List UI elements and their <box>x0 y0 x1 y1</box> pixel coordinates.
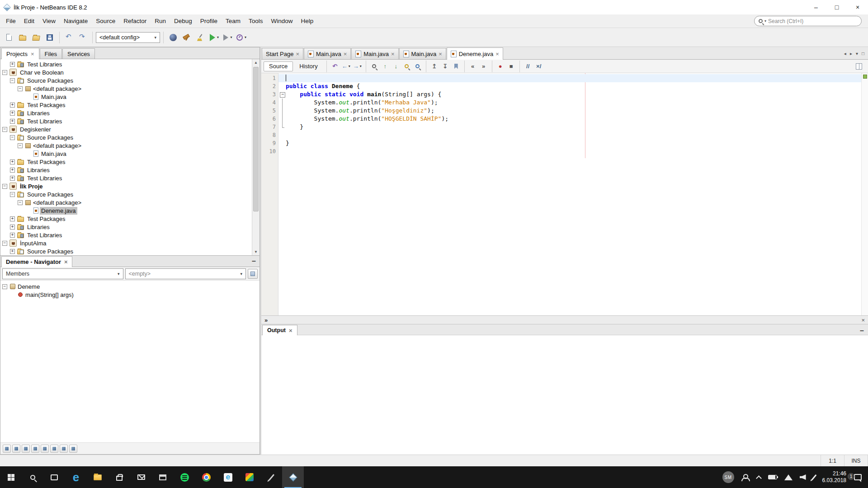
tree-item[interactable]: −Source Packages <box>0 76 252 84</box>
tree-item[interactable]: −<default package> <box>0 198 252 206</box>
user-avatar[interactable]: SM <box>719 466 738 488</box>
tree-item[interactable]: −İnputAlma <box>0 239 252 247</box>
tree-item[interactable]: −Source Packages <box>0 190 252 198</box>
start-taskbar-button[interactable] <box>0 466 22 488</box>
debug-button[interactable]: ▾ <box>221 31 234 44</box>
previous-occurrence-button[interactable]: ↑ <box>380 61 390 71</box>
tree-item[interactable]: +Libraries <box>0 223 252 231</box>
collapse-toggle-icon[interactable]: − <box>10 135 15 140</box>
code-editor[interactable]: 12345678910 public class Deneme { public… <box>261 73 868 315</box>
tree-item[interactable]: +Libraries <box>0 166 252 174</box>
menu-source[interactable]: Source <box>92 16 119 26</box>
image-editor-taskbar-button[interactable] <box>239 466 260 488</box>
mail-taskbar-button[interactable] <box>130 466 152 488</box>
edge-taskbar-button[interactable] <box>65 466 87 488</box>
close-tab-icon[interactable]: × <box>495 51 499 57</box>
scope-filter-combo[interactable]: <empty> ▾ <box>125 268 246 279</box>
toggle-highlight-button[interactable] <box>402 61 412 71</box>
show-non-public-icon[interactable] <box>50 445 58 453</box>
view-source-button[interactable]: Source <box>264 61 293 71</box>
panel-tab-projects[interactable]: Projects× <box>1 48 39 59</box>
build-button[interactable] <box>180 31 193 44</box>
editor-tab[interactable]: Main.java× <box>399 48 446 59</box>
collapse-toggle-icon[interactable]: − <box>10 192 15 197</box>
next-occurrence-button[interactable]: ↓ <box>391 61 401 71</box>
expand-toggle-icon[interactable]: + <box>10 233 15 238</box>
explorer-taskbar-button[interactable] <box>87 466 108 488</box>
collapsed-panel-bar[interactable]: » × <box>261 315 868 324</box>
clean-build-button[interactable] <box>194 31 207 44</box>
collapse-toggle-icon[interactable]: − <box>2 241 7 246</box>
scroll-down-icon[interactable]: ▼ <box>254 249 258 255</box>
tree-item[interactable]: main(String[] args) <box>0 291 259 299</box>
new-project-button[interactable] <box>16 31 29 44</box>
projects-scrollbar[interactable]: ▲ ▼ <box>252 59 259 255</box>
tree-item[interactable]: −Char ve Boolean <box>0 68 252 76</box>
config-combo[interactable]: <default config>▾ <box>96 32 160 43</box>
members-filter-combo[interactable]: Members ▾ <box>2 268 123 279</box>
forward-button[interactable]: →▾ <box>352 61 363 71</box>
chrome-taskbar-button[interactable] <box>195 466 217 488</box>
quick-search-box[interactable]: ▾ Search (Ctrl+I) <box>754 16 862 26</box>
show-constructors-icon[interactable] <box>22 445 30 453</box>
collapse-toggle-icon[interactable]: − <box>10 78 15 83</box>
collapse-toggle-icon[interactable]: − <box>18 200 23 205</box>
menu-debug[interactable]: Debug <box>170 16 196 26</box>
expand-toggle-icon[interactable]: + <box>10 119 15 124</box>
volume-tray-item[interactable] <box>796 466 810 488</box>
clock[interactable]: 21:46 6.03.2018 <box>818 466 850 488</box>
previous-bookmark-button[interactable]: ↥ <box>429 61 439 71</box>
expand-toggle-icon[interactable]: + <box>10 176 15 181</box>
panel-tab-services[interactable]: Services <box>62 48 95 59</box>
last-edit-button[interactable]: ↶ <box>330 61 340 71</box>
panel-tab-files[interactable]: Files <box>40 48 62 59</box>
output-tab[interactable]: Output × <box>262 325 297 335</box>
tree-item[interactable]: −<default package> <box>0 141 252 150</box>
fold-toggle-icon[interactable] <box>278 90 286 99</box>
close-panel-icon[interactable]: × <box>861 317 865 324</box>
comment-button[interactable]: // <box>523 61 533 71</box>
show-static-icon[interactable] <box>41 445 49 453</box>
shift-right-button[interactable]: » <box>479 61 489 71</box>
find-selection-button[interactable] <box>369 61 379 71</box>
expand-toggle-icon[interactable]: + <box>10 160 15 164</box>
expand-toggle-icon[interactable]: + <box>10 249 15 254</box>
chevron-up-tray-item[interactable] <box>753 466 764 488</box>
code-line[interactable]: public static void main(String[] args) { <box>278 90 861 99</box>
sort-by-source-icon[interactable] <box>69 445 77 453</box>
close-tab-icon[interactable]: × <box>64 259 68 265</box>
close-tab-icon[interactable]: × <box>31 51 34 57</box>
close-button[interactable]: × <box>847 0 868 14</box>
scroll-tabs-left-icon[interactable]: ◂ <box>844 51 846 56</box>
tree-item[interactable]: +Test Libraries <box>0 174 252 182</box>
minimize-panel-icon[interactable]: – <box>252 257 256 265</box>
expand-toggle-icon[interactable]: + <box>10 103 15 108</box>
code-line[interactable] <box>278 147 861 155</box>
close-tab-icon[interactable]: × <box>391 51 395 57</box>
tree-item[interactable]: +Test Libraries <box>0 117 252 125</box>
menu-file[interactable]: File <box>2 16 20 26</box>
start-macro-recording-button[interactable]: ● <box>495 61 505 71</box>
expand-toggle-icon[interactable]: + <box>10 111 15 116</box>
menu-navigate[interactable]: Navigate <box>60 16 92 26</box>
save-all-button[interactable] <box>43 31 56 44</box>
show-fields-icon[interactable] <box>12 445 20 453</box>
tree-item[interactable]: Main.java <box>0 150 252 158</box>
netbeans-taskbar-button[interactable] <box>282 466 304 488</box>
tree-item[interactable]: −<default package> <box>0 84 252 93</box>
maximize-editor-icon[interactable]: □ <box>862 51 864 56</box>
search-taskbar-button[interactable] <box>22 466 43 488</box>
ie-taskbar-button[interactable] <box>217 466 239 488</box>
next-bookmark-button[interactable]: ↧ <box>440 61 450 71</box>
expand-toggle-icon[interactable]: + <box>10 225 15 230</box>
tree-item[interactable]: Main.java <box>0 93 252 101</box>
code-line[interactable]: System.out.println("Hoşgeldiniz"); <box>278 107 861 115</box>
collapse-toggle-icon[interactable]: − <box>2 284 7 289</box>
profile-button[interactable]: ▾ <box>235 31 247 44</box>
view-history-button[interactable]: History <box>294 61 323 71</box>
undo-button[interactable] <box>63 31 75 44</box>
tree-item[interactable]: +Test Libraries <box>0 231 252 239</box>
back-button[interactable]: ←▾ <box>341 61 351 71</box>
app-window-taskbar-button[interactable] <box>152 466 174 488</box>
tree-item[interactable]: +Test Packages <box>0 215 252 223</box>
